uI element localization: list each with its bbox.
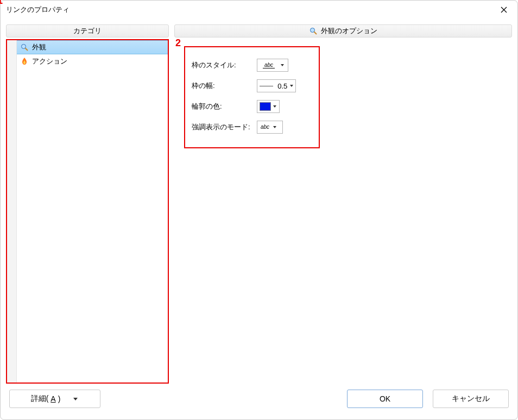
category-gutter xyxy=(7,40,17,383)
border-style-preview: abc xyxy=(260,61,278,69)
options-content: 2 枠のスタイル: abc 枠の幅: xyxy=(174,41,512,384)
flame-icon xyxy=(20,57,29,66)
close-icon xyxy=(501,7,507,13)
border-style-dropdown[interactable]: abc xyxy=(257,59,288,72)
detail-label-pre: 詳細( xyxy=(31,394,49,404)
cancel-label: キャンセル xyxy=(452,394,490,404)
options-column: 外観のオプション 2 枠のスタイル: abc xyxy=(174,24,512,384)
category-column: 1 カテゴリ 外観 アク xyxy=(6,24,169,384)
abc-sample-icon: abc xyxy=(263,62,275,68)
abc-sample-icon: abc xyxy=(260,124,270,130)
category-list: 外観 アクション xyxy=(17,40,168,68)
magnifier-icon xyxy=(20,43,29,52)
outline-color-label: 輪郭の色: xyxy=(192,102,257,111)
annotation-2: 2 xyxy=(175,37,181,49)
color-swatch xyxy=(260,102,271,111)
border-width-dropdown[interactable]: 0.5 xyxy=(257,79,296,92)
options-header-label: 外観のオプション xyxy=(321,26,377,36)
highlight-mode-row: 強調表示のモード: abc xyxy=(192,117,312,137)
border-style-label: 枠のスタイル: xyxy=(192,60,257,70)
category-label: 外観 xyxy=(32,42,46,52)
dialog-title: リンクのプロパティ xyxy=(6,5,70,15)
chevron-down-icon xyxy=(280,59,285,72)
footer-right-group: OK キャンセル xyxy=(347,390,509,408)
category-header: カテゴリ xyxy=(6,24,169,37)
options-header: 外観のオプション xyxy=(174,24,512,37)
outline-color-picker[interactable] xyxy=(257,100,280,113)
chevron-down-icon xyxy=(73,398,79,400)
ok-label: OK xyxy=(380,394,390,403)
link-properties-dialog: リンクのプロパティ 1 カテゴリ 外観 xyxy=(0,0,518,420)
category-item-action[interactable]: アクション xyxy=(17,54,168,68)
chevron-down-icon xyxy=(273,121,277,134)
dialog-footer: 詳細(A) OK キャンセル xyxy=(1,384,517,419)
category-item-appearance[interactable]: 外観 xyxy=(17,40,168,54)
border-width-value: 0.5 xyxy=(275,82,287,90)
appearance-options-panel: 枠のスタイル: abc 枠の幅: 0.5 xyxy=(184,46,320,148)
close-button[interactable] xyxy=(496,2,512,18)
svg-point-2 xyxy=(311,28,315,33)
outline-color-row: 輪郭の色: xyxy=(192,96,312,117)
category-list-frame: 外観 アクション xyxy=(6,39,169,384)
border-width-label: 枠の幅: xyxy=(192,81,257,91)
svg-point-0 xyxy=(22,45,26,49)
border-width-row: 枠の幅: 0.5 xyxy=(192,76,312,96)
chevron-down-icon xyxy=(273,100,277,113)
dialog-body: 1 カテゴリ 外観 アク xyxy=(1,19,517,384)
detail-button[interactable]: 詳細(A) xyxy=(9,390,100,408)
highlight-mode-label: 強調表示のモード: xyxy=(192,122,257,132)
category-label: アクション xyxy=(32,57,67,66)
highlight-mode-dropdown[interactable]: abc xyxy=(257,121,283,134)
magnifier-icon xyxy=(309,27,318,35)
border-style-row: 枠のスタイル: abc xyxy=(192,55,312,76)
detail-mnemonic: A xyxy=(50,394,55,403)
cancel-button[interactable]: キャンセル xyxy=(433,390,509,408)
detail-label-post: ) xyxy=(58,394,61,403)
chevron-down-icon xyxy=(289,79,293,92)
line-weight-icon xyxy=(260,86,273,86)
ok-button[interactable]: OK xyxy=(347,390,423,408)
category-header-label: カテゴリ xyxy=(73,26,102,36)
annotation-1: 1 xyxy=(0,0,3,7)
titlebar: リンクのプロパティ xyxy=(1,1,517,19)
svg-line-3 xyxy=(314,32,317,35)
svg-line-1 xyxy=(26,48,28,51)
